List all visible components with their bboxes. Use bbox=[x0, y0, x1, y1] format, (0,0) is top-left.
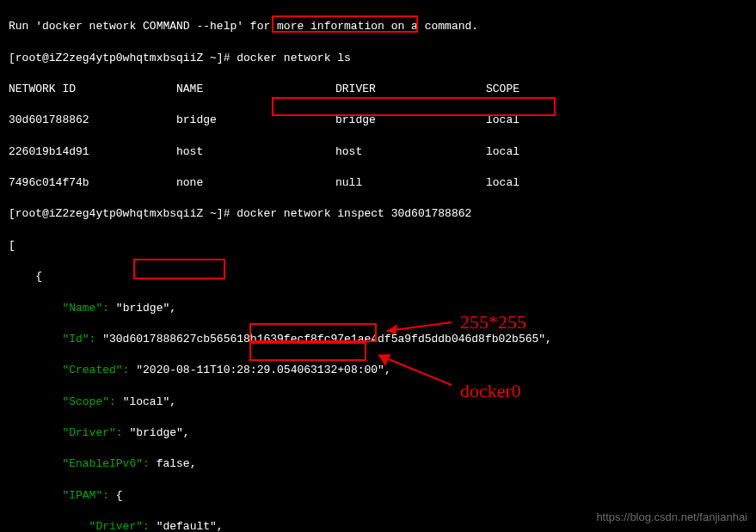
table-row: 30d601788862bridgebridgelocal bbox=[9, 113, 747, 128]
col-scope: SCOPE bbox=[486, 82, 519, 97]
table-row: 7496c014f74bnonenulllocal bbox=[9, 175, 747, 191]
col-name: NAME bbox=[176, 82, 335, 97]
help-line: Run 'docker network COMMAND --help' for … bbox=[9, 19, 747, 34]
terminal-output[interactable]: Run 'docker network COMMAND --help' for … bbox=[9, 3, 747, 532]
json-line: { bbox=[9, 269, 747, 284]
command-network-inspect: docker network inspect 30d601788862 bbox=[230, 207, 471, 220]
command-network-ls: docker network ls bbox=[230, 52, 350, 64]
json-line: "EnableIPv6": false, bbox=[9, 456, 747, 472]
watermark: https://blog.csdn.net/fanjianhai bbox=[596, 510, 747, 525]
table-row: 226019b14d91hosthostlocal bbox=[9, 144, 747, 160]
json-line: "Driver": "bridge", bbox=[9, 425, 747, 441]
json-line: "Id": "30d6017888627cb565618b1639fecf8fc… bbox=[9, 332, 747, 347]
json-line: "IPAM": { bbox=[9, 488, 747, 504]
json-line: [ bbox=[9, 238, 747, 254]
shell-prompt: [root@iZ2zeg4ytp0whqtmxbsqiiZ ~]# bbox=[9, 207, 230, 220]
col-id: NETWORK ID bbox=[9, 82, 176, 97]
table-header: NETWORK IDNAMEDRIVERSCOPE bbox=[9, 82, 747, 97]
json-line: "Scope": "local", bbox=[9, 394, 747, 410]
prompt-line-2: [root@iZ2zeg4ytp0whqtmxbsqiiZ ~]# docker… bbox=[9, 206, 747, 222]
json-line: "Created": "2020-08-11T10:28:29.05406313… bbox=[9, 363, 747, 378]
shell-prompt: [root@iZ2zeg4ytp0whqtmxbsqiiZ ~]# bbox=[9, 52, 230, 64]
col-driver: DRIVER bbox=[335, 82, 486, 97]
json-line: "Name": "bridge", bbox=[9, 301, 747, 316]
prompt-line-1: [root@iZ2zeg4ytp0whqtmxbsqiiZ ~]# docker… bbox=[9, 51, 747, 66]
